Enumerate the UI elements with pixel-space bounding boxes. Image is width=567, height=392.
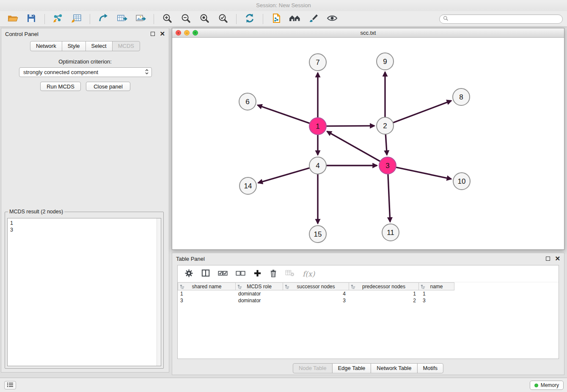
table-cell[interactable]: dominator (236, 290, 284, 297)
edge-1-6[interactable] (258, 105, 310, 123)
export-table-icon (116, 13, 127, 25)
new-network-from-selection-button[interactable] (95, 12, 112, 26)
column-header-MCDS-role[interactable]: MCDS role (235, 282, 283, 290)
graph-node-4[interactable]: 4 (309, 157, 326, 174)
network-canvas[interactable]: 7968124314101511 (172, 38, 564, 249)
control-panel-tabs: NetworkStyleSelectMCDS (1, 41, 169, 51)
memory-status-icon (534, 384, 538, 387)
table-cell[interactable]: 1 (178, 290, 236, 297)
network-document-button[interactable] (268, 12, 285, 26)
memory-label: Memory (541, 382, 559, 388)
zoom-out-button[interactable] (177, 12, 194, 26)
table-view-tabs: Node TableEdge TableNetwork TableMotifs (293, 363, 443, 373)
zoom-fit-button[interactable] (196, 12, 213, 26)
close-panel-button[interactable]: Close panel (86, 82, 130, 91)
save-session-button[interactable] (23, 12, 40, 26)
tab-network[interactable]: Network (30, 41, 62, 51)
result-scrollbar[interactable] (157, 218, 161, 366)
export-image-button[interactable] (132, 12, 149, 26)
close-table-panel-icon[interactable]: ✕ (555, 256, 560, 261)
select-all-columns-button[interactable] (218, 270, 228, 278)
open-file-button[interactable] (4, 12, 21, 26)
edge-3-11[interactable] (388, 174, 390, 222)
add-column-button[interactable] (253, 269, 261, 279)
table-panel: Table Panel ✕ f(x) shared nameMCDS roles… (172, 253, 564, 375)
table-cell[interactable]: 3 (284, 297, 350, 304)
graph-node-2[interactable]: 2 (377, 117, 394, 134)
column-header-successor-nodes[interactable]: successor nodes (283, 282, 349, 290)
style-brush-button[interactable] (305, 12, 322, 26)
show-columns-button[interactable] (201, 269, 210, 279)
edge-4-14[interactable] (258, 168, 310, 183)
graph-node-10[interactable]: 10 (453, 173, 470, 190)
column-header-predecessor-nodes[interactable]: predecessor nodes (349, 282, 419, 290)
tab-motifs[interactable]: Motifs (417, 363, 443, 373)
close-panel-icon[interactable]: ✕ (160, 31, 165, 36)
import-table-button[interactable] (68, 12, 85, 26)
optimization-dropdown[interactable]: strongly connected component (19, 67, 152, 77)
tab-style[interactable]: Style (62, 41, 86, 51)
zoom-in-button[interactable] (159, 12, 176, 26)
graph-node-14[interactable]: 14 (239, 177, 256, 194)
refresh-layout-button[interactable] (241, 12, 258, 26)
table-cell[interactable]: 4 (284, 290, 350, 297)
table-cell[interactable]: 3 (420, 297, 456, 304)
deselect-all-columns-button[interactable] (236, 270, 245, 278)
search-input[interactable] (451, 16, 559, 22)
edge-3-1[interactable] (327, 131, 380, 161)
column-header-shared-name[interactable]: shared name (178, 282, 236, 290)
delete-table-button[interactable] (285, 269, 295, 278)
home-views-button[interactable] (286, 12, 303, 26)
edge-2-3[interactable] (385, 134, 387, 155)
dropdown-arrows-icon (145, 69, 149, 76)
tab-select[interactable]: Select (85, 41, 113, 51)
settings-gear-button[interactable] (184, 269, 193, 279)
table-row[interactable]: 1dominator411 (178, 290, 559, 297)
graph-node-15[interactable]: 15 (309, 226, 326, 243)
delete-columns-button[interactable] (270, 269, 277, 279)
edge-1-2[interactable] (326, 126, 374, 126)
function-builder-button[interactable]: f(x) (303, 270, 315, 278)
graph-node-8[interactable]: 8 (453, 88, 470, 105)
houses-icon (289, 13, 301, 25)
float-panel-icon[interactable] (151, 32, 155, 36)
show-panels-button[interactable] (4, 381, 16, 389)
control-panel-title: Control Panel (5, 31, 39, 37)
table-cell[interactable]: 1 (420, 290, 456, 297)
tab-node-table[interactable]: Node Table (293, 363, 333, 373)
zoom-in-icon (162, 13, 172, 25)
graph-node-3[interactable]: 3 (379, 157, 396, 174)
column-header-name[interactable]: name (418, 282, 454, 290)
column-header-label: name (430, 284, 443, 290)
tab-network-table[interactable]: Network Table (371, 363, 417, 373)
memory-button[interactable]: Memory (530, 381, 564, 390)
table-row[interactable]: 3dominator323 (178, 297, 559, 304)
export-table-button[interactable] (113, 12, 130, 26)
table-cell[interactable]: 1 (350, 290, 420, 297)
import-network-icon (52, 13, 63, 25)
close-window-icon[interactable]: × (176, 30, 181, 36)
graph-node-6[interactable]: 6 (239, 93, 256, 110)
graph-node-9[interactable]: 9 (377, 53, 394, 70)
tab-edge-table[interactable]: Edge Table (332, 363, 371, 373)
network-window-titlebar[interactable]: × − + scc.txt (172, 28, 564, 38)
zoom-window-icon[interactable]: + (193, 30, 198, 36)
edge-2-8[interactable] (393, 101, 451, 123)
float-table-panel-icon[interactable] (546, 257, 550, 261)
table-cell[interactable]: 2 (350, 297, 420, 304)
graph-node-11[interactable]: 11 (382, 224, 399, 241)
show-details-button[interactable] (324, 12, 341, 26)
search-box (439, 14, 563, 24)
tab-mcds[interactable]: MCDS (112, 41, 140, 51)
graph-node-1[interactable]: 1 (309, 118, 326, 135)
control-panel-header: Control Panel ✕ (1, 28, 169, 39)
zoom-selected-button[interactable] (215, 12, 231, 26)
minimize-window-icon[interactable]: − (184, 30, 190, 36)
table-cell[interactable]: dominator (236, 297, 284, 304)
sort-icon (351, 284, 355, 290)
graph-node-7[interactable]: 7 (309, 54, 326, 71)
table-cell[interactable]: 3 (178, 297, 236, 304)
import-network-button[interactable] (50, 12, 66, 26)
run-mcds-button[interactable]: Run MCDS (40, 82, 81, 91)
edge-3-10[interactable] (396, 167, 451, 179)
